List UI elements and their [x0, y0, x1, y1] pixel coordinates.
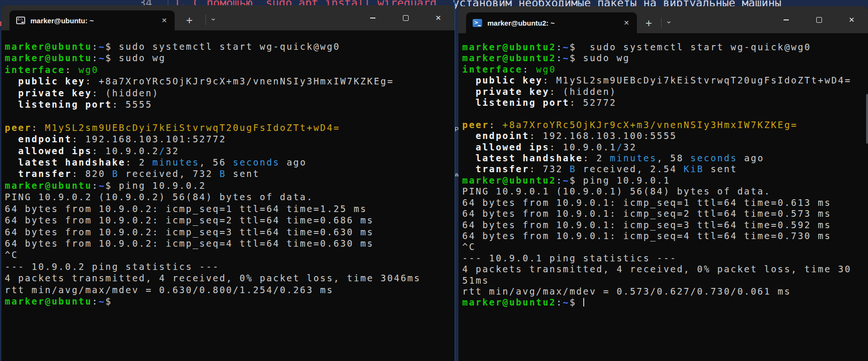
text-segment: 64 bytes from 10.9.0.2: icmp_seq=3 ttl=6… [5, 227, 374, 237]
text-segment: : [92, 41, 99, 52]
text-segment: ago [280, 157, 307, 167]
terminal-screen[interactable]: marker@ubuntu:~$ sudo systemctl start wg… [1, 30, 455, 307]
titlebar[interactable]: C:\ marker@ubuntu: ~ ✕ + › ✕ [1, 5, 455, 30]
text-segment: endpoint [462, 130, 529, 141]
text-segment: : +8a7XroYRc5OjKJr9cX+m3/vnenNSIy3HmxIW7… [85, 76, 394, 86]
text-segment: sent [704, 164, 737, 174]
text-segment: ago [737, 153, 765, 163]
terminal-screen[interactable]: marker@ubuntu2:~$ sudo systemctl start w… [458, 33, 868, 308]
tab-close-icon[interactable]: ✕ [623, 19, 630, 27]
text-segment: $ sudo systemctl start wg-quick@wg0 [105, 41, 340, 52]
text-segment: latest handshake [462, 153, 583, 163]
cmd-icon: C:\ [16, 17, 25, 24]
terminal-line: PING 10.9.0.2 (10.9.0.2) 56(84) bytes of… [5, 191, 455, 203]
text-segment: $ sudo wg [569, 53, 630, 63]
chevron-down-icon[interactable]: › [665, 21, 673, 23]
text-segment: M1ySL2sm9UEBcDyi7kEiStvrwqT20ugFsIdoZTt+… [45, 122, 340, 133]
text-segment: : (hidden) [550, 86, 616, 97]
text-segment: minutes [152, 157, 199, 167]
terminal-line: latest handshake: 2 minutes, 58 seconds … [462, 153, 868, 164]
text-segment: rtt min/avg/max/mdev = 0.573/0.627/0.730… [462, 286, 791, 296]
text-segment: transfer [5, 168, 72, 179]
terminal-line: marker@ubuntu2:~$ sudo wg [462, 53, 868, 64]
minimize-button[interactable] [356, 5, 389, 30]
text-segment: sent [226, 168, 260, 179]
text-segment: transfer [462, 164, 529, 174]
text-segment: ~ [563, 42, 569, 52]
terminal-line: rtt min/avg/max/mdev = 0.630/0.800/1.254… [5, 284, 455, 296]
text-segment: listening port [462, 97, 569, 108]
terminal-line: 64 bytes from 10.9.0.2: icmp_seq=4 ttl=6… [5, 238, 455, 249]
chevron-down-icon[interactable]: › [209, 18, 218, 20]
text-segment: KiB [684, 164, 704, 174]
terminal-line: listening port: 5555 [5, 99, 455, 110]
text-segment: seconds [691, 153, 737, 163]
text-segment: B [219, 168, 226, 179]
terminal-line [462, 108, 868, 119]
text-segment: peer [462, 120, 489, 130]
text-segment: interface [5, 65, 65, 75]
close-button[interactable]: ✕ [422, 5, 455, 30]
text-segment: : 820 [72, 168, 112, 179]
scrollbar-thumb[interactable] [866, 94, 868, 144]
terminal-line: allowed ips: 10.9.0.1/32 [462, 142, 868, 153]
text-segment: 64 bytes from 10.9.0.1: icmp_seq=1 ttl=6… [462, 197, 831, 208]
powershell-icon: > [473, 19, 482, 27]
text-segment: private key [5, 88, 92, 98]
text-segment: marker@ubuntu2 [462, 297, 556, 307]
minimize-button[interactable] [770, 6, 803, 33]
terminal-line: 64 bytes from 10.9.0.2: icmp_seq=2 ttl=6… [5, 214, 455, 226]
clipped-glyph: P [455, 126, 458, 133]
terminal-line: 64 bytes from 10.9.0.2: icmp_seq=3 ttl=6… [5, 226, 455, 238]
close-icon: ✕ [849, 16, 855, 23]
terminal-line: rtt min/avg/max/mdev = 0.573/0.627/0.730… [462, 286, 868, 297]
text-segment: , 56 [199, 157, 233, 167]
text-segment: $ [105, 296, 119, 306]
text-segment: peer [5, 122, 32, 133]
close-icon: ✕ [435, 14, 441, 21]
new-tab-button[interactable]: + [186, 14, 193, 27]
text-segment: ~ [99, 41, 105, 52]
text-segment: : [556, 42, 563, 52]
text-segment: listening port [5, 99, 112, 110]
text-segment: $ sudo wg [105, 53, 166, 63]
text-segment: received, 2.54 [576, 164, 683, 174]
new-tab-button[interactable]: + [645, 17, 652, 30]
tab-close-icon[interactable]: ✕ [160, 16, 168, 25]
text-segment: --- 10.9.0.1 ping statistics --- [462, 253, 677, 263]
terminal-line: peer: +8a7XroYRc5OjKJr9cX+m3/vnenNSIy3Hm… [462, 120, 868, 130]
terminal-line: marker@ubuntu2:~$ [462, 297, 868, 308]
maximize-button[interactable] [803, 6, 835, 33]
close-button[interactable]: ✕ [835, 6, 868, 33]
tabbar-divider [661, 18, 662, 28]
text-segment: marker@ubuntu [5, 41, 92, 52]
terminal-line: endpoint: 192.168.103.101:52772 [5, 133, 455, 145]
terminal-line: ^C [462, 241, 868, 252]
maximize-icon [403, 15, 409, 21]
text-segment: allowed ips [462, 142, 550, 152]
text-cursor [583, 298, 584, 306]
background-window-strip: P w [455, 0, 458, 361]
text-segment: 64 bytes from 10.9.0.2: icmp_seq=1 ttl=6… [5, 204, 367, 214]
text-segment: : 192.168.103.100:5555 [529, 130, 677, 141]
text-segment: 4 packets transmitted, 4 received, 0% pa… [5, 273, 421, 283]
desktop: 34 1. С помощью `sudo apt install wiregu… [0, 0, 868, 361]
tabbar-divider [205, 15, 206, 25]
text-segment: 64 bytes from 10.9.0.2: icmp_seq=2 ttl=6… [5, 215, 374, 225]
terminal-line: listening port: 52772 [462, 97, 868, 108]
text-segment: public key [462, 75, 543, 85]
text-segment: : [556, 53, 563, 63]
text-segment: : 5555 [112, 99, 152, 110]
tab-marker-ubuntu[interactable]: C:\ marker@ubuntu: ~ ✕ [9, 10, 175, 30]
maximize-button[interactable] [389, 5, 422, 30]
terminal-line: marker@ubuntu2:~$ ping 10.9.0.1 [462, 175, 868, 186]
terminal-line: --- 10.9.0.2 ping statistics --- [5, 261, 455, 272]
text-segment: B [112, 168, 119, 179]
text-segment: 64 bytes from 10.9.0.1: icmp_seq=3 ttl=6… [462, 220, 831, 230]
titlebar[interactable]: > marker@ubuntu2: ~ ✕ + › ✕ [458, 6, 868, 33]
text-segment: latest handshake [5, 157, 126, 167]
terminal-line: 64 bytes from 10.9.0.1: icmp_seq=1 ttl=6… [462, 197, 868, 208]
text-segment: $ ping 10.9.0.2 [105, 180, 206, 191]
terminal-line: 64 bytes from 10.9.0.1: icmp_seq=4 ttl=6… [462, 231, 868, 241]
tab-marker-ubuntu2[interactable]: > marker@ubuntu2: ~ ✕ [466, 12, 637, 33]
